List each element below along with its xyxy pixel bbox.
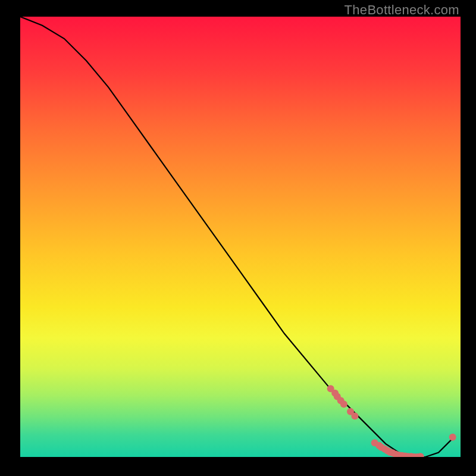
- marker-dot: [340, 400, 347, 408]
- marker-dot: [449, 434, 456, 441]
- chart-stage: TheBottleneck.com: [0, 0, 476, 476]
- watermark-text: TheBottleneck.com: [345, 2, 459, 18]
- overlay-svg: [20, 17, 461, 457]
- marker-dot: [351, 412, 358, 419]
- bottleneck-curve: [20, 17, 452, 457]
- marker-layer: [327, 385, 456, 457]
- plot-area: [20, 17, 461, 457]
